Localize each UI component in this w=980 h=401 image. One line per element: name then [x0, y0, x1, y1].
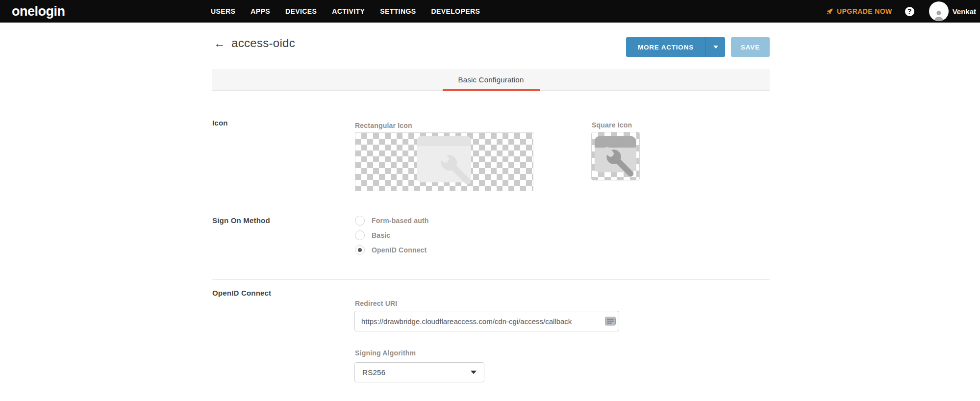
select-caret-icon: [471, 371, 477, 374]
radio-basic[interactable]: Basic: [355, 230, 390, 240]
back-arrow-icon[interactable]: ←: [214, 38, 225, 49]
top-navbar: onelogin USERS APPS DEVICES ACTIVITY SET…: [0, 0, 980, 23]
radio-circle-icon: [355, 230, 365, 240]
app-placeholder-icon: [592, 132, 639, 180]
openid-connect-section-label: OpenID Connect: [212, 289, 271, 297]
save-button[interactable]: SAVE: [731, 37, 770, 57]
nav-item-users[interactable]: USERS: [211, 7, 235, 15]
section-divider: [212, 279, 770, 280]
nav-item-developers[interactable]: DEVELOPERS: [431, 7, 480, 15]
radio-circle-icon-selected: [355, 245, 365, 255]
signing-algorithm-select[interactable]: RS256: [354, 362, 484, 382]
redirect-uri-input[interactable]: [354, 311, 619, 331]
person-icon: [932, 8, 945, 21]
chevron-down-icon: [713, 46, 718, 49]
radio-label: Basic: [372, 231, 390, 239]
rocket-icon: [826, 8, 833, 15]
user-avatar[interactable]: [929, 1, 949, 21]
more-actions-button[interactable]: MORE ACTIONS: [626, 37, 725, 57]
nav-item-devices[interactable]: DEVICES: [285, 7, 317, 15]
app-placeholder-icon: [407, 135, 481, 189]
nav-item-settings[interactable]: SETTINGS: [380, 7, 416, 15]
tab-basic-configuration[interactable]: Basic Configuration: [458, 69, 524, 91]
square-icon-label: Square Icon: [592, 121, 632, 129]
page-header: ← access-oidc MORE ACTIONS SAVE: [212, 29, 770, 57]
nav-item-apps[interactable]: APPS: [251, 7, 270, 15]
signing-algorithm-label: Signing Algorithm: [355, 349, 416, 357]
upgrade-now-button[interactable]: UPGRADE NOW: [826, 7, 892, 15]
rectangular-icon-upload[interactable]: [355, 132, 533, 191]
autofill-list-icon[interactable]: [605, 317, 616, 326]
sign-on-method-label: Sign On Method: [212, 216, 270, 225]
redirect-uri-field-wrap: [354, 311, 619, 331]
page-title: access-oidc: [231, 36, 295, 50]
square-icon-upload[interactable]: [591, 132, 640, 180]
nav-item-activity[interactable]: ACTIVITY: [332, 7, 365, 15]
radio-openid-connect[interactable]: OpenID Connect: [355, 245, 427, 255]
help-icon[interactable]: ?: [905, 7, 914, 16]
more-actions-dropdown-toggle[interactable]: [705, 37, 725, 57]
upgrade-now-label: UPGRADE NOW: [837, 7, 892, 15]
rectangular-icon-label: Rectangular Icon: [355, 122, 412, 129]
user-name[interactable]: Venkat: [953, 7, 976, 16]
navbar-right-group: UPGRADE NOW ? Venkat: [826, 0, 976, 23]
title-wrap: ← access-oidc: [214, 36, 295, 50]
redirect-uri-label: Redirect URI: [355, 300, 397, 307]
icon-section-label: Icon: [212, 119, 228, 127]
radio-label: OpenID Connect: [372, 246, 427, 254]
signing-algorithm-value: RS256: [362, 368, 385, 376]
radio-label: Form-based auth: [372, 217, 429, 225]
main-nav-menu: USERS APPS DEVICES ACTIVITY SETTINGS DEV…: [211, 0, 480, 23]
radio-form-based-auth[interactable]: Form-based auth: [355, 216, 429, 226]
onelogin-logo[interactable]: onelogin: [12, 4, 65, 19]
page: onelogin USERS APPS DEVICES ACTIVITY SET…: [0, 0, 980, 401]
more-actions-label: MORE ACTIONS: [626, 37, 705, 57]
radio-circle-icon: [355, 216, 365, 226]
header-buttons: MORE ACTIONS SAVE: [626, 37, 770, 57]
tab-bar: Basic Configuration: [212, 69, 770, 91]
